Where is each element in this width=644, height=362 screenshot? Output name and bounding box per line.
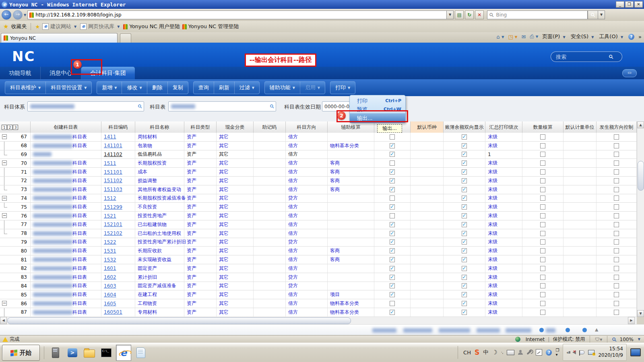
protected-mode-icon[interactable]: 🛡▾ [595, 337, 602, 342]
taskbar-cmd-icon[interactable]: C:\_ [99, 345, 114, 360]
column-header-qty[interactable]: 数量核算 [522, 121, 564, 133]
level-3-button[interactable]: 3 [13, 125, 18, 130]
table-row[interactable]: 82科目表1601固定资产资产其它借方末级 [0, 264, 637, 273]
restore-button[interactable]: ❐ [625, 1, 634, 8]
leaf-checkbox[interactable] [390, 143, 395, 148]
aux-function-button[interactable]: 辅助功能▼ [265, 82, 300, 94]
leaf-checkbox[interactable] [390, 222, 395, 227]
print-icon[interactable]: ⎙ ▾ [530, 33, 538, 40]
column-header-cash[interactable]: 现金分类 [217, 121, 254, 133]
subject-code-link[interactable]: 151103 [104, 187, 122, 192]
table-row[interactable]: 87科目表160501专用材料资产其它借方物料基本分类末级 [0, 308, 637, 317]
leaf-checkbox[interactable] [390, 195, 395, 201]
settings-wrench-icon[interactable] [527, 350, 532, 355]
column-header-curr[interactable]: 默认币种 [411, 121, 444, 133]
column-header-name[interactable]: 科目名称 [135, 121, 184, 133]
lookup-icon[interactable]: ⚲ [137, 103, 144, 110]
zoom-level[interactable]: 100% [620, 337, 634, 342]
language-indicator[interactable]: CH [463, 350, 471, 356]
add-button[interactable]: 新增▼ [97, 82, 122, 94]
bing-search-box[interactable]: ⚲ Bing [487, 10, 588, 19]
subject-code-link[interactable]: 1531 [104, 248, 116, 254]
dctrl-checkbox[interactable] [614, 231, 619, 236]
dual-checkbox[interactable] [462, 266, 467, 271]
leaf-checkbox[interactable] [390, 178, 395, 183]
dctrl-checkbox[interactable] [614, 301, 619, 306]
subject-code-link[interactable]: 1511 [104, 160, 116, 166]
qty-checkbox[interactable] [540, 152, 545, 157]
qty-checkbox[interactable] [540, 134, 545, 140]
refresh-button[interactable]: 刷新 [214, 82, 234, 94]
web-slices-button[interactable]: e 网页快讯库▼ [80, 23, 121, 30]
subject-control-settings-button[interactable]: 科目管控设置▼ [45, 82, 91, 94]
subject-code-link[interactable]: 1602 [104, 274, 116, 280]
qty-checkbox[interactable] [540, 275, 545, 280]
subject-code-link[interactable]: 151102 [104, 178, 122, 183]
toolbar-restore-icon[interactable]: ❐▾ [555, 348, 559, 357]
dctrl-checkbox[interactable] [614, 266, 619, 271]
table-row[interactable]: 70科目表1511长期股权投资资产其它借方客商末级 [0, 159, 637, 168]
dctrl-checkbox[interactable] [614, 134, 619, 140]
chinese-input-icon[interactable]: 中 [483, 349, 488, 356]
feeds-icon[interactable]: ◳ ▾ [508, 34, 517, 40]
tree-collapse-icon[interactable] [0, 133, 12, 141]
dual-checkbox[interactable] [462, 195, 467, 201]
scroll-down-button[interactable]: ▼ [637, 310, 644, 317]
edit-button[interactable]: 修改▼ [122, 82, 147, 94]
zoom-icon[interactable]: ⚲ [611, 335, 618, 343]
dctrl-checkbox[interactable] [614, 248, 619, 253]
leaf-checkbox[interactable] [390, 266, 395, 271]
subject-code-link[interactable]: 1604 [104, 292, 116, 298]
chevron-more-icon[interactable]: » [638, 34, 642, 40]
horizontal-scroll-thumb[interactable] [7, 317, 351, 324]
tree-collapse-icon[interactable] [0, 159, 12, 167]
scroll-right-button[interactable]: ▶ [628, 317, 635, 324]
nav-dropdown-icon[interactable]: ▼ [24, 13, 26, 17]
dual-checkbox[interactable] [462, 275, 467, 280]
dual-checkbox[interactable] [462, 213, 467, 218]
subject-table-input[interactable]: ⚲ [168, 101, 276, 111]
favorite-admin-login[interactable]: Yonyou NC 管理登陆 [182, 23, 239, 30]
subject-table-maintain-button[interactable]: 科目表维护▼ [5, 82, 45, 94]
leaf-checkbox[interactable] [390, 231, 395, 236]
table-row[interactable]: 74科目表1512长期股权投资减值准备资产其它贷方末级 [0, 194, 637, 203]
table-row[interactable]: 68科目表141101包装物资产其它借方物料基本分类末级 [0, 142, 637, 150]
table-row[interactable]: 67科目表1411周转材料资产其它借方末级 [0, 133, 637, 142]
qty-checkbox[interactable] [540, 169, 545, 175]
qty-checkbox[interactable] [540, 248, 545, 253]
column-header-table[interactable]: 创建科目表 [31, 121, 101, 133]
qty-checkbox[interactable] [540, 310, 545, 315]
column-header-code[interactable]: 科目编码 [101, 121, 135, 133]
help-icon[interactable]: ? [628, 34, 634, 40]
query-button[interactable]: 查询 [194, 82, 214, 94]
horizontal-scrollbar[interactable]: ◀ ▶ [0, 317, 637, 324]
subject-code-link[interactable]: 151101 [104, 169, 122, 175]
level-2-button[interactable]: 2 [7, 125, 12, 130]
leaf-checkbox[interactable] [390, 257, 395, 262]
add-favorite-icon[interactable]: ★ [35, 24, 40, 30]
dual-checkbox[interactable] [462, 283, 467, 288]
leaf-checkbox[interactable] [390, 248, 395, 253]
subject-code-link[interactable]: 1603 [104, 283, 116, 289]
dctrl-checkbox[interactable] [614, 257, 619, 262]
leaf-checkbox[interactable] [390, 239, 395, 245]
tree-collapse-icon[interactable] [0, 194, 12, 203]
subject-code-link[interactable]: 141102 [104, 152, 122, 157]
subject-code-link[interactable]: 1512 [104, 195, 116, 201]
subject-code-link[interactable]: 1532 [104, 257, 116, 263]
level-1-button[interactable]: 1 [2, 125, 7, 130]
scroll-left-button[interactable]: ◀ [0, 317, 7, 324]
sogou-input-icon[interactable]: S [475, 348, 479, 356]
qty-checkbox[interactable] [540, 204, 545, 210]
dual-checkbox[interactable] [462, 178, 467, 183]
column-header-type[interactable]: 科目类型 [184, 121, 217, 133]
mail-icon[interactable]: ✉ [521, 34, 526, 40]
column-header-unit[interactable]: 默认计量单位 [564, 121, 597, 133]
dual-checkbox[interactable] [462, 248, 467, 253]
table-row[interactable]: 86科目表1605工程物资资产其它借方物料基本分类末级 [0, 299, 637, 308]
back-button[interactable]: ← [2, 10, 11, 20]
dual-checkbox[interactable] [462, 292, 467, 297]
dual-checkbox[interactable] [462, 143, 467, 148]
dctrl-checkbox[interactable] [614, 283, 619, 288]
column-header-plevel[interactable]: 汇总打印级次 [485, 121, 522, 133]
